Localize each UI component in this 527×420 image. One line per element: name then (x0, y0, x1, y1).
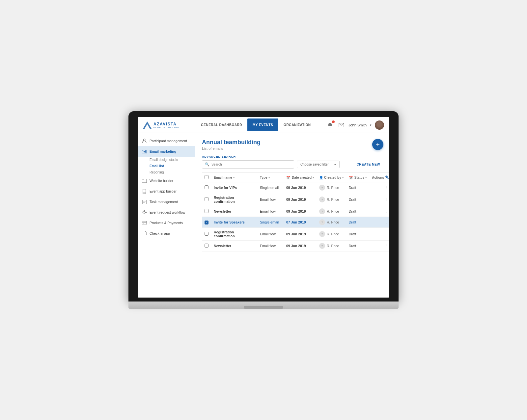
sidebar-item-products-payments[interactable]: Products & Payments (138, 218, 195, 228)
creator-name: R. Price (327, 197, 339, 201)
filter-label: Choose saved filter (300, 163, 329, 166)
sidebar-item-checkin[interactable]: Check-in app (138, 228, 195, 239)
sidebar-sub-email-list[interactable]: Email list (138, 163, 195, 169)
row-checkbox[interactable] (205, 185, 208, 189)
sidebar: Participant management ✓ Email marketing… (138, 133, 195, 298)
nav-organization[interactable]: ORGANIZATION (278, 118, 316, 131)
row-actions-menu-icon[interactable]: ⋮ (385, 244, 389, 248)
select-all-checkbox[interactable] (205, 175, 208, 179)
row-checkbox[interactable] (205, 232, 208, 236)
svg-point-19 (142, 212, 143, 213)
page-subtitle: List of emails (202, 146, 383, 150)
row-email-name[interactable]: Invite for Speakers (211, 217, 257, 228)
main-layout: Participant management ✓ Email marketing… (138, 133, 389, 298)
row-email-name[interactable]: Invite for VIPs (211, 182, 257, 193)
creator-name: R. Price (327, 209, 339, 213)
row-actions-menu-icon[interactable]: ⋮ (385, 209, 389, 213)
sidebar-sub-reporting[interactable]: Reporting (138, 169, 195, 175)
messages-button[interactable] (337, 121, 345, 129)
row-date-created: 09 Jun 2019 (284, 193, 317, 206)
svg-line-23 (143, 211, 144, 212)
row-status: Draft (346, 206, 370, 217)
table-header: Email name ▾ Type ▾ (202, 173, 389, 182)
creator-name: R. Price (327, 244, 339, 248)
logo-subtitle: EVENT TECHNOLOGY (153, 126, 180, 128)
row-actions-menu-icon[interactable]: ⋮ (385, 232, 389, 236)
website-builder-icon (142, 178, 147, 183)
row-actions[interactable]: ⋮ (369, 193, 389, 206)
table-row: Registration confirmationEmail flow09 Ju… (202, 228, 389, 241)
sidebar-item-participant[interactable]: Participant management (138, 136, 195, 146)
search-section: ADVANCED SEARCH 🔍 Choose saved filter ▾ … (202, 155, 383, 169)
row-checkbox-cell (202, 206, 211, 217)
row-email-name[interactable]: Registration confirmation (211, 228, 257, 241)
user-name-label[interactable]: John Smith (348, 123, 367, 127)
avatar-image (375, 120, 384, 130)
sidebar-sub-design-studio[interactable]: Email design studio (138, 157, 195, 163)
svg-point-14 (144, 193, 144, 193)
notifications-button[interactable] (326, 121, 334, 129)
th-type: Type ▾ (257, 173, 284, 182)
row-actions-menu-icon[interactable]: ⋮ (385, 197, 389, 201)
th-status: 📅 Status ▾ (346, 173, 370, 182)
nav-links: GENERAL DASHBOARD MY EVENTS ORGANIZATION (196, 118, 326, 131)
row-actions[interactable]: ⋮ (369, 241, 389, 251)
user-chevron[interactable]: ▾ (370, 123, 372, 127)
row-checkbox[interactable] (205, 197, 208, 201)
row-actions-menu-icon[interactable]: ⋮ (385, 186, 389, 190)
row-actions[interactable]: ⋮ (369, 206, 389, 217)
row-actions-menu-icon[interactable]: ⋮ (385, 220, 389, 224)
row-email-type: Email flow (257, 206, 284, 217)
sidebar-item-event-app[interactable]: Event app builder (138, 186, 195, 197)
svg-point-10 (143, 179, 144, 179)
creator-avatar: ? (319, 243, 325, 249)
logo-text: AZAVISTA EVENT TECHNOLOGY (153, 122, 180, 128)
nav-right: John Smith ▾ (326, 120, 384, 130)
table-header-row: Email name ▾ Type ▾ (202, 173, 389, 182)
th-actions-label: Actions (372, 176, 384, 179)
row-actions[interactable]: ⋮ (369, 182, 389, 193)
th-created-by: 👤 Created by ▾ (317, 173, 346, 182)
date-sort-icon[interactable]: ▾ (313, 176, 314, 179)
sidebar-item-task-management[interactable]: Task management (138, 197, 195, 207)
nav-my-events[interactable]: MY EVENTS (247, 118, 278, 131)
sidebar-item-workflow[interactable]: Event request workflow (138, 207, 195, 218)
screen-bezel: AZAVISTA EVENT TECHNOLOGY GENERAL DASHBO… (128, 111, 399, 302)
row-actions[interactable]: ⋮ (369, 228, 389, 241)
add-button[interactable]: + (372, 139, 383, 150)
row-actions[interactable]: ⋮ (369, 217, 389, 228)
th-actions: Actions ✎ (369, 173, 389, 182)
search-icon: 🔍 (205, 162, 209, 167)
status-icon: 📅 (349, 176, 353, 179)
nav-general-dashboard[interactable]: GENERAL DASHBOARD (196, 118, 247, 131)
sidebar-label-email-marketing: Email marketing (150, 149, 176, 153)
creator-avatar: ? (319, 208, 325, 214)
row-checkbox[interactable] (205, 209, 208, 213)
type-sort-icon[interactable]: ▾ (268, 176, 270, 179)
email-name-sort-icon[interactable]: ▾ (233, 176, 235, 179)
created-by-sort-icon[interactable]: ▾ (342, 176, 344, 179)
checkin-icon (142, 231, 147, 236)
status-sort-icon[interactable]: ▾ (365, 176, 367, 179)
table-edit-icon[interactable]: ✎ (385, 175, 389, 180)
email-table: Email name ▾ Type ▾ (202, 172, 389, 251)
row-email-name[interactable]: Newsletter (211, 241, 257, 251)
row-email-type: Email flow (257, 193, 284, 206)
row-status: Draft (346, 241, 370, 251)
row-email-name[interactable]: Registration confirmation (211, 193, 257, 206)
search-input[interactable] (211, 163, 291, 166)
sidebar-label-checkin: Check-in app (150, 231, 170, 235)
th-checkbox (202, 173, 211, 182)
logo-icon (143, 121, 152, 129)
row-checkbox-cell (202, 193, 211, 206)
sidebar-item-email-marketing[interactable]: ✓ Email marketing (138, 146, 195, 157)
row-checkbox-checked[interactable]: ✓ (205, 221, 208, 224)
row-checkbox[interactable] (205, 244, 208, 248)
search-bar: 🔍 Choose saved filter ▾ CREATE NEW (202, 160, 383, 169)
create-new-button[interactable]: CREATE NEW (354, 161, 383, 168)
svg-rect-30 (142, 232, 147, 235)
sidebar-item-website-builder[interactable]: Website builder (138, 175, 195, 186)
avatar[interactable] (375, 120, 384, 130)
row-email-name[interactable]: Newsletter (211, 206, 257, 217)
filter-select[interactable]: Choose saved filter ▾ (297, 161, 340, 168)
